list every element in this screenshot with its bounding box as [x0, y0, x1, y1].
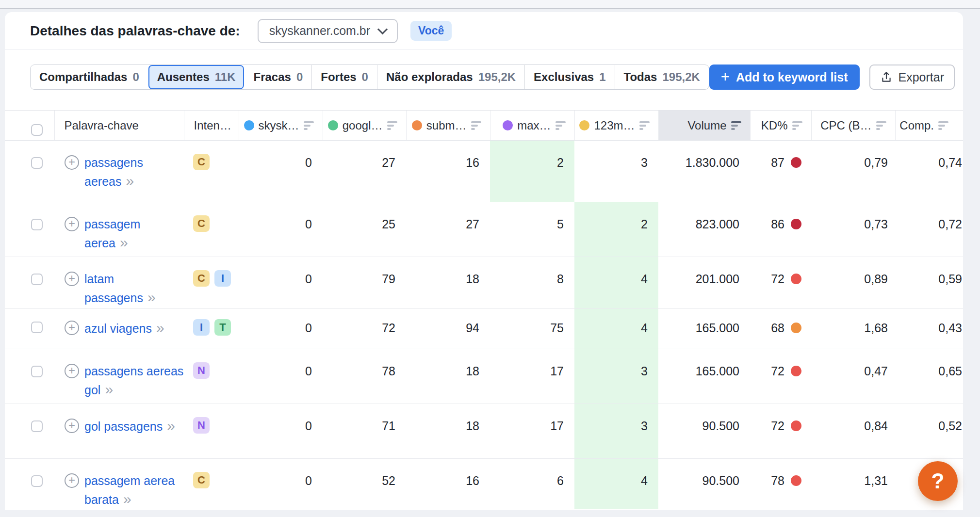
- comp-value: 0,72: [895, 202, 963, 257]
- column-label: CPC (B…: [820, 119, 871, 132]
- serp-chevrons-icon[interactable]: [147, 289, 156, 305]
- row-checkbox[interactable]: [31, 475, 43, 487]
- position-submarino: 18: [406, 257, 490, 309]
- serp-chevrons-icon[interactable]: [126, 173, 134, 189]
- tab-compartilhadas[interactable]: Compartilhadas 0: [31, 65, 148, 89]
- add-to-keyword-list-button[interactable]: Add to keyword list: [709, 65, 860, 90]
- column-label: subm…: [426, 119, 467, 132]
- comp-value: 0,59: [895, 257, 963, 309]
- column-header-keyword[interactable]: Palavra-chave: [54, 111, 184, 141]
- column-header-intent[interactable]: Inten…: [184, 111, 239, 141]
- select-all-checkbox[interactable]: [31, 124, 43, 136]
- row-checkbox[interactable]: [31, 322, 43, 333]
- submarino-dot-icon: [412, 120, 422, 130]
- add-keyword-icon[interactable]: [65, 364, 79, 378]
- serp-chevrons-icon[interactable]: [105, 381, 113, 397]
- position-123milhas-highlighted: 4: [574, 309, 658, 349]
- tab-count: 11K: [215, 70, 236, 84]
- tab-nao-exploradas[interactable]: Não exploradas 195,2K: [377, 65, 524, 89]
- row-checkbox[interactable]: [31, 366, 43, 377]
- position-123milhas-highlighted: 2: [574, 202, 658, 257]
- keyword-link[interactable]: latam passagens: [84, 270, 184, 307]
- column-label: Volume: [687, 119, 726, 132]
- add-keyword-icon[interactable]: [65, 272, 79, 286]
- keyword-text: passagem aerea: [84, 217, 140, 250]
- sort-icon[interactable]: [876, 121, 886, 130]
- tab-ausentes[interactable]: Ausentes 11K: [148, 65, 245, 89]
- column-label: KD%: [761, 119, 788, 132]
- position-google: 52: [323, 459, 406, 509]
- table-row: passagem aerea C 0 25 27 5 2 823.000 86 …: [5, 202, 963, 257]
- domain-selector-value: skyskanner.com.br: [269, 24, 370, 38]
- keyword-gap-page: Detalhes das palavras-chave de: skyskann…: [0, 0, 980, 517]
- keyword-text: passagens aereas: [84, 156, 143, 188]
- keyword-link[interactable]: passagens aereas gol: [84, 362, 184, 399]
- kd-value: 72: [771, 272, 784, 286]
- kd-value: 72: [771, 419, 784, 433]
- add-keyword-icon[interactable]: [65, 419, 79, 433]
- position-max: 17: [490, 349, 574, 404]
- add-keyword-icon[interactable]: [65, 321, 79, 335]
- tab-todas[interactable]: Todas 195,2K: [615, 65, 709, 89]
- tab-fracas[interactable]: Fracas 0: [244, 65, 311, 89]
- column-header-kd[interactable]: KD%: [750, 111, 811, 141]
- position-max: 17: [490, 404, 574, 459]
- position-submarino: 94: [406, 309, 490, 349]
- sort-icon[interactable]: [792, 121, 802, 130]
- serp-chevrons-icon[interactable]: [167, 418, 175, 434]
- column-header-comp[interactable]: Comp.: [895, 111, 963, 141]
- column-label: Comp.: [899, 119, 934, 132]
- column-header-max[interactable]: max…: [490, 111, 574, 141]
- sort-icon[interactable]: [938, 121, 948, 130]
- export-button[interactable]: Exportar: [869, 65, 955, 90]
- column-header-volume[interactable]: Volume: [658, 111, 750, 141]
- comp-value: 0,43: [895, 309, 963, 349]
- keyword-link[interactable]: passagem aerea: [84, 215, 184, 252]
- row-checkbox[interactable]: [31, 219, 43, 230]
- kd-difficulty-dot: [791, 274, 801, 284]
- help-button[interactable]: ?: [918, 461, 958, 501]
- column-label: skysk…: [259, 119, 299, 132]
- keyword-link[interactable]: passagens aereas: [84, 153, 184, 191]
- page-title: Detalhes das palavras-chave de:: [30, 23, 240, 39]
- column-header-submarino[interactable]: subm…: [406, 111, 490, 141]
- serp-chevrons-icon[interactable]: [123, 491, 131, 507]
- cpc-value: 1,68: [811, 309, 895, 349]
- column-label: 123m…: [594, 119, 635, 132]
- tab-exclusivas[interactable]: Exclusivas 1: [524, 65, 614, 89]
- table-row: passagens aereas C 0 27 16 2 3 1.830.000…: [5, 141, 963, 202]
- tab-count: 0: [296, 70, 303, 84]
- tab-fortes[interactable]: Fortes 0: [311, 65, 377, 89]
- column-header-123milhas[interactable]: 123m…: [574, 111, 658, 141]
- you-badge: Você: [410, 21, 452, 41]
- sort-icon[interactable]: [387, 121, 397, 130]
- column-header-skyskanner[interactable]: skysk…: [239, 111, 323, 141]
- row-checkbox[interactable]: [31, 157, 43, 169]
- keyword-link[interactable]: passagem aerea barata: [84, 471, 184, 509]
- sort-icon[interactable]: [555, 121, 566, 130]
- column-header-cpc[interactable]: CPC (B…: [811, 111, 895, 141]
- row-checkbox[interactable]: [31, 274, 43, 285]
- add-keyword-icon[interactable]: [65, 217, 79, 231]
- position-google: 71: [323, 404, 406, 459]
- sort-icon[interactable]: [639, 121, 650, 130]
- column-header-google[interactable]: googl…: [323, 111, 406, 141]
- keyword-text: azul viagens: [84, 322, 152, 335]
- add-keyword-icon[interactable]: [65, 473, 79, 488]
- keyword-link[interactable]: gol passagens: [84, 417, 184, 436]
- sort-icon[interactable]: [471, 121, 481, 130]
- domain-selector[interactable]: skyskanner.com.br: [258, 19, 398, 43]
- tab-count: 0: [362, 70, 368, 84]
- keyword-link[interactable]: azul viagens: [84, 319, 184, 338]
- serp-chevrons-icon[interactable]: [156, 320, 164, 336]
- chevron-down-icon: [377, 24, 388, 34]
- tab-label: Fortes: [321, 70, 356, 84]
- upload-icon: [880, 71, 893, 83]
- serp-chevrons-icon[interactable]: [120, 234, 128, 250]
- content-card: Detalhes das palavras-chave de: skyskann…: [5, 12, 963, 510]
- row-checkbox[interactable]: [31, 420, 43, 432]
- sort-icon[interactable]: [304, 121, 314, 130]
- keyword-text: passagens aereas gol: [84, 364, 183, 397]
- add-keyword-icon[interactable]: [65, 155, 79, 170]
- sort-icon-active[interactable]: [731, 121, 741, 130]
